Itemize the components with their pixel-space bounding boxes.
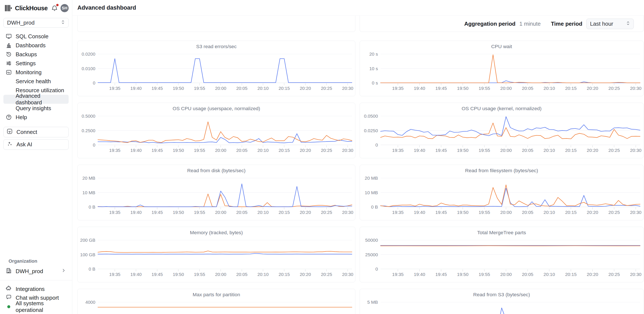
time-period-value: Last hour xyxy=(590,20,613,27)
chart-max-parts-for-partition[interactable]: Max parts for partition02000400019:3519:… xyxy=(78,289,355,314)
svg-text:20:25: 20:25 xyxy=(321,210,332,215)
svg-text:19:45: 19:45 xyxy=(152,148,163,153)
svg-text:19:55: 19:55 xyxy=(194,148,205,153)
svg-text:Max parts for partition: Max parts for partition xyxy=(193,292,240,297)
svg-text:CPU wait: CPU wait xyxy=(491,44,512,49)
sidebar-item-settings[interactable]: Settings xyxy=(4,59,69,68)
svg-text:0 s: 0 s xyxy=(372,81,378,86)
svg-text:Memory (tracked, bytes): Memory (tracked, bytes) xyxy=(190,230,243,235)
ask-ai-icon xyxy=(6,140,13,148)
svg-text:20:10: 20:10 xyxy=(258,86,268,91)
svg-text:20:00: 20:00 xyxy=(215,210,226,215)
svg-text:10 MB: 10 MB xyxy=(82,190,95,195)
svg-text:200 GB: 200 GB xyxy=(80,238,95,243)
chart-read-from-disk-bytes-sec[interactable]: Read from disk (bytes/sec)0 B10 MB20 MB1… xyxy=(78,165,355,220)
service-select[interactable]: DWH_prod xyxy=(4,18,69,28)
svg-text:19:45: 19:45 xyxy=(435,210,447,215)
building-icon xyxy=(6,267,12,275)
svg-text:20:30: 20:30 xyxy=(342,148,353,153)
svg-text:0: 0 xyxy=(376,143,378,148)
svg-text:0 B: 0 B xyxy=(88,266,95,272)
svg-text:19:45: 19:45 xyxy=(435,272,447,277)
sidebar-item-help[interactable]: Help xyxy=(4,113,69,122)
svg-text:20:05: 20:05 xyxy=(522,86,534,91)
sidebar-item-label: Service health xyxy=(16,78,51,85)
svg-text:20:10: 20:10 xyxy=(544,210,555,215)
svg-text:20:15: 20:15 xyxy=(278,86,290,91)
svg-text:20:25: 20:25 xyxy=(321,272,332,277)
svg-text:20:15: 20:15 xyxy=(565,86,577,91)
svg-text:19:55: 19:55 xyxy=(479,272,490,277)
sql-console-icon xyxy=(6,33,12,40)
aggregation-period-value: 1 minute xyxy=(519,20,541,27)
svg-text:19:40: 19:40 xyxy=(414,272,425,277)
svg-text:20:30: 20:30 xyxy=(342,86,353,91)
svg-text:20:00: 20:00 xyxy=(215,86,226,91)
chevron-right-icon xyxy=(61,268,66,275)
svg-text:20:05: 20:05 xyxy=(522,272,534,277)
svg-text:19:50: 19:50 xyxy=(457,86,468,91)
sidebar-header: ClickHouse SH xyxy=(0,0,72,16)
ask-ai-button[interactable]: Ask AI xyxy=(4,139,69,150)
chart-read-from-s3-bytes-sec[interactable]: Read from S3 (bytes/sec)0 B2.5 MB5 MB19:… xyxy=(360,289,644,314)
svg-text:20:00: 20:00 xyxy=(500,86,512,91)
connect-button[interactable]: Connect xyxy=(4,127,69,137)
svg-text:OS CPU usage (kernel, normaliz: OS CPU usage (kernel, normalized) xyxy=(462,106,542,111)
clickhouse-logo-icon xyxy=(5,4,12,12)
sidebar-menu: SQL ConsoleDashboardsBackupsSettingsMoni… xyxy=(4,32,69,122)
status-dot-icon xyxy=(7,305,10,308)
sidebar-item-service-health[interactable]: Service health xyxy=(4,77,69,86)
svg-text:20:15: 20:15 xyxy=(565,210,577,215)
sidebar-item-label: Monitoring xyxy=(16,69,42,76)
chart-s3-read-errors-sec[interactable]: S3 read errors/sec00.01000.020019:3519:4… xyxy=(78,41,355,96)
svg-text:19:35: 19:35 xyxy=(109,272,120,277)
sidebar-item-all-systems-operational[interactable]: All systems operational xyxy=(4,302,69,311)
chart-os-cpu-usage-userspace-normalized[interactable]: OS CPU usage (userspace, normalized)00.2… xyxy=(78,103,355,158)
service-select-value: DWH_prod xyxy=(7,20,35,26)
svg-text:19:45: 19:45 xyxy=(152,86,163,91)
svg-text:20:15: 20:15 xyxy=(565,272,577,277)
svg-text:20:15: 20:15 xyxy=(565,148,577,153)
monitoring-icon xyxy=(6,69,12,76)
svg-text:20:10: 20:10 xyxy=(544,148,555,153)
sidebar-item-label: Backups xyxy=(16,51,37,58)
chart-cpu-wait[interactable]: CPU wait0 s10 s20 s19:3519:4019:4519:501… xyxy=(360,41,644,96)
organization-row[interactable]: DWH_prod xyxy=(4,266,69,276)
svg-text:20:25: 20:25 xyxy=(608,272,620,277)
svg-text:20:20: 20:20 xyxy=(300,272,311,277)
svg-text:19:55: 19:55 xyxy=(194,210,205,215)
svg-text:20:30: 20:30 xyxy=(630,148,642,153)
svg-text:20:10: 20:10 xyxy=(258,148,268,153)
chart-os-cpu-usage-kernel-normalized[interactable]: OS CPU usage (kernel, normalized)00.0250… xyxy=(360,103,644,158)
svg-text:20:10: 20:10 xyxy=(258,210,268,215)
sidebar-item-backups[interactable]: Backups xyxy=(4,50,69,59)
main-header: Advanced dashboard xyxy=(72,0,644,16)
svg-text:20:05: 20:05 xyxy=(236,272,248,277)
avatar[interactable]: SH xyxy=(60,4,69,12)
chart-memory-tracked-bytes[interactable]: Memory (tracked, bytes)0 B100 GB200 GB19… xyxy=(78,227,355,282)
chart-read-from-filesystem-bytes-sec[interactable]: Read from filesystem (bytes/sec)0 B10 MB… xyxy=(360,165,644,220)
svg-text:20 MB: 20 MB xyxy=(365,176,378,181)
time-period-select[interactable]: Last hour xyxy=(586,18,634,29)
sidebar-item-label: Integrations xyxy=(16,286,45,292)
svg-text:19:40: 19:40 xyxy=(130,86,142,91)
chart-total-mergetree-parts[interactable]: Total MergeTree parts0250005000019:3519:… xyxy=(360,227,644,282)
notification-badge xyxy=(56,4,59,7)
sidebar-item-label: All systems operational xyxy=(16,300,66,313)
sidebar-item-label: Settings xyxy=(16,60,36,67)
notifications-button[interactable] xyxy=(51,5,58,12)
button-label: Connect xyxy=(16,129,37,136)
sidebar-item-monitoring[interactable]: Monitoring xyxy=(4,68,69,77)
svg-text:20:10: 20:10 xyxy=(544,86,555,91)
svg-text:20:15: 20:15 xyxy=(278,210,290,215)
dashboards-icon xyxy=(6,42,12,48)
sidebar-item-dashboards[interactable]: Dashboards xyxy=(4,41,69,50)
sidebar-actions: ConnectAsk AI xyxy=(4,127,69,152)
svg-text:19:55: 19:55 xyxy=(194,86,205,91)
sidebar-item-integrations[interactable]: Integrations xyxy=(4,285,69,294)
sidebar-item-sql-console[interactable]: SQL Console xyxy=(4,32,69,41)
svg-text:19:40: 19:40 xyxy=(414,148,425,153)
svg-text:20:30: 20:30 xyxy=(342,210,353,215)
sidebar-item-advanced-dashboard[interactable]: Advanced dashboard xyxy=(4,95,69,104)
dashboard-controls: Aggregation period 1 minute Time period … xyxy=(462,18,634,29)
